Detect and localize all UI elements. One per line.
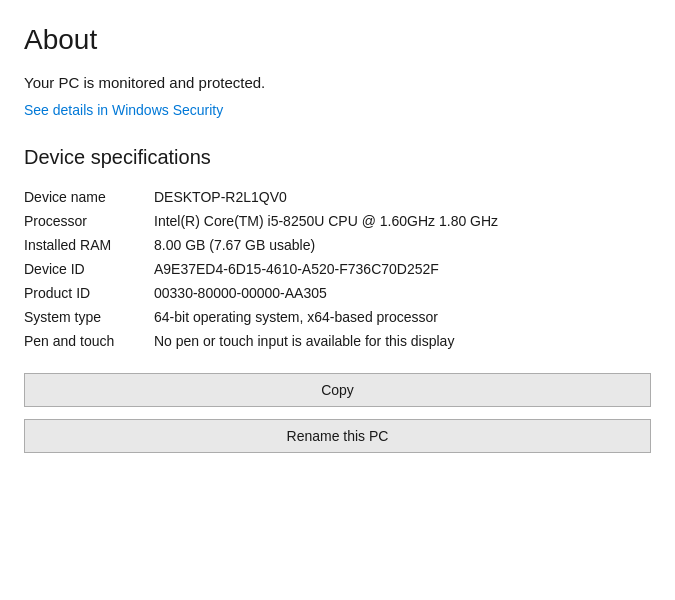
action-buttons: Copy Rename this PC [24, 373, 651, 453]
protection-status-text: Your PC is monitored and protected. [24, 74, 651, 91]
device-specs-title: Device specifications [24, 146, 651, 169]
table-row: Installed RAM8.00 GB (7.67 GB usable) [24, 233, 651, 257]
device-specs-table: Device nameDESKTOP-R2L1QV0ProcessorIntel… [24, 185, 651, 353]
spec-value: DESKTOP-R2L1QV0 [154, 185, 651, 209]
rename-pc-button[interactable]: Rename this PC [24, 419, 651, 453]
spec-label: Processor [24, 209, 154, 233]
windows-security-link[interactable]: See details in Windows Security [24, 102, 223, 118]
copy-button[interactable]: Copy [24, 373, 651, 407]
table-row: ProcessorIntel(R) Core(TM) i5-8250U CPU … [24, 209, 651, 233]
spec-label: Product ID [24, 281, 154, 305]
spec-label: Device ID [24, 257, 154, 281]
table-row: Product ID00330-80000-00000-AA305 [24, 281, 651, 305]
spec-value: 8.00 GB (7.67 GB usable) [154, 233, 651, 257]
spec-value: A9E37ED4-6D15-4610-A520-F736C70D252F [154, 257, 651, 281]
spec-value: 64-bit operating system, x64-based proce… [154, 305, 651, 329]
spec-label: Pen and touch [24, 329, 154, 353]
spec-label: System type [24, 305, 154, 329]
table-row: Device IDA9E37ED4-6D15-4610-A520-F736C70… [24, 257, 651, 281]
table-row: System type64-bit operating system, x64-… [24, 305, 651, 329]
page-title: About [24, 24, 651, 56]
spec-label: Installed RAM [24, 233, 154, 257]
spec-label: Device name [24, 185, 154, 209]
table-row: Pen and touchNo pen or touch input is av… [24, 329, 651, 353]
spec-value: Intel(R) Core(TM) i5-8250U CPU @ 1.60GHz… [154, 209, 651, 233]
spec-value: No pen or touch input is available for t… [154, 329, 651, 353]
table-row: Device nameDESKTOP-R2L1QV0 [24, 185, 651, 209]
spec-value: 00330-80000-00000-AA305 [154, 281, 651, 305]
